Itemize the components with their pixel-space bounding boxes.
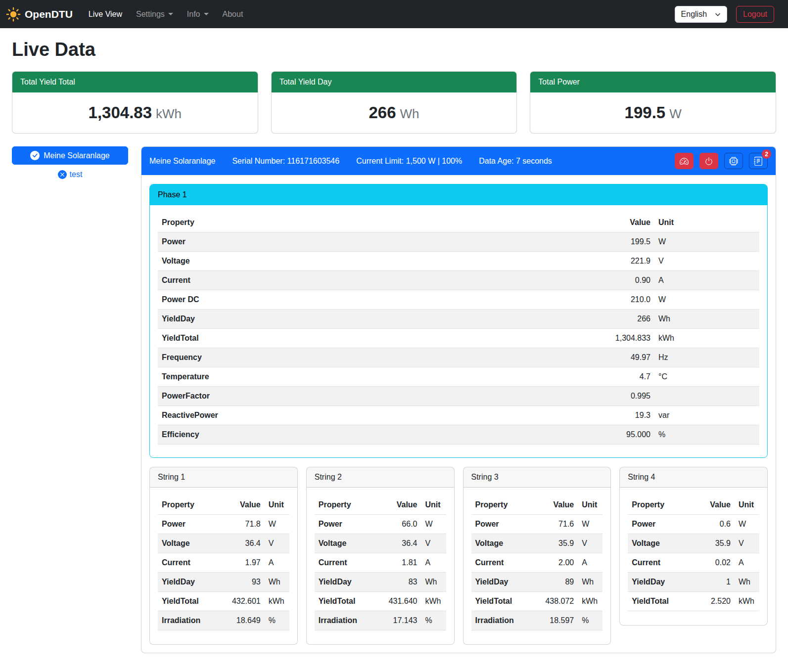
table-row: Power71.8W xyxy=(158,515,289,534)
page-container: Live Data Total Yield Total 1,304.83kWh … xyxy=(0,28,788,663)
inverter-serial: Serial Number: 116171603546 xyxy=(232,157,339,166)
row-value: 438.072 xyxy=(531,592,578,611)
row-unit: kWh xyxy=(654,329,759,348)
brand-label: OpenDTU xyxy=(25,8,73,20)
card-value: 199.5 xyxy=(625,103,666,122)
table-row: YieldDay1Wh xyxy=(628,573,759,592)
nav-item-label: About xyxy=(223,10,243,19)
strings-row: String 1 Property Value Unit xyxy=(149,467,768,645)
row-value: 0.995 xyxy=(455,387,654,406)
row-value: 36.4 xyxy=(218,534,265,553)
phase-card-header: Phase 1 xyxy=(150,184,767,205)
row-property: Voltage xyxy=(315,534,374,553)
row-value: 36.4 xyxy=(374,534,421,553)
table-row: YieldDay266Wh xyxy=(158,310,759,329)
row-property: YieldDay xyxy=(158,573,218,592)
power-button[interactable] xyxy=(699,153,718,169)
row-value: 71.6 xyxy=(531,515,578,534)
row-value: 17.143 xyxy=(374,611,421,630)
row-property: YieldTotal xyxy=(158,592,218,611)
string-1-table: Property Value Unit Power71.8WVoltage36.… xyxy=(158,495,289,630)
string-card-body: Property Value Unit Power66.0WVoltage36.… xyxy=(307,488,454,644)
nav-item-label: Settings xyxy=(136,10,165,19)
card-body: 1,304.83kWh xyxy=(12,92,258,133)
row-unit: W xyxy=(654,290,759,310)
table-row: Irradiation18.597% xyxy=(471,611,603,630)
card-header: Total Yield Day xyxy=(272,72,517,92)
column-header-value: Value xyxy=(374,495,421,515)
inverter-limit: Current Limit: 1,500 W | 100% xyxy=(356,157,462,166)
row-property: Voltage xyxy=(158,252,455,271)
table-header-row: Property Value Unit xyxy=(158,495,289,515)
table-row: YieldTotal431.640kWh xyxy=(315,592,446,611)
string-card-header: String 2 xyxy=(307,467,454,488)
row-property: Current xyxy=(158,271,455,290)
column-header-property: Property xyxy=(158,495,218,515)
row-unit: W xyxy=(421,515,446,534)
card-total-power: Total Power 199.5W xyxy=(530,71,776,134)
row-value: 35.9 xyxy=(693,534,735,553)
table-row: Voltage221.9V xyxy=(158,252,759,271)
row-property: YieldTotal xyxy=(158,329,455,348)
column-header-unit: Unit xyxy=(421,495,446,515)
row-property: Power xyxy=(315,515,374,534)
inverter-panel-header: Meine Solaranlage Serial Number: 1161716… xyxy=(141,147,776,175)
table-row: YieldTotal432.601kWh xyxy=(158,592,289,611)
card-body: 199.5W xyxy=(530,92,776,133)
row-property: Voltage xyxy=(628,534,693,553)
language-select[interactable]: English xyxy=(675,6,727,23)
row-property: Power xyxy=(158,232,455,252)
row-property: YieldTotal xyxy=(628,592,693,611)
nav-item-info[interactable]: Info xyxy=(180,6,216,23)
row-property: YieldDay xyxy=(628,573,693,592)
logout-button[interactable]: Logout xyxy=(736,6,774,23)
sidebar-item-test[interactable]: test xyxy=(55,170,86,179)
table-row: Power71.6W xyxy=(471,515,603,534)
row-property: Temperature xyxy=(158,367,455,387)
card-unit: W xyxy=(669,106,682,121)
nav-item-live-view[interactable]: Live View xyxy=(82,6,129,23)
phase-card: Phase 1 Property Value Unit Power199.5WV… xyxy=(149,184,768,458)
phase-table: Property Value Unit Power199.5WVoltage22… xyxy=(158,213,759,445)
row-value: 210.0 xyxy=(455,290,654,310)
event-log-button[interactable]: 2 xyxy=(749,153,768,169)
row-value: 1 xyxy=(693,573,735,592)
row-unit: W xyxy=(265,515,289,534)
brand[interactable]: OpenDTU xyxy=(6,7,73,22)
row-property: Irradiation xyxy=(471,611,531,630)
row-property: ReactivePower xyxy=(158,406,455,425)
column-header-unit: Unit xyxy=(578,495,603,515)
column-header-property: Property xyxy=(315,495,374,515)
limit-settings-button[interactable] xyxy=(675,153,694,169)
string-card-header: String 4 xyxy=(620,467,767,488)
table-row: Voltage35.9V xyxy=(471,534,603,553)
sidebar-item-meine-solaranlage[interactable]: Meine Solaranlage xyxy=(12,146,128,165)
row-property: Power xyxy=(628,515,693,534)
row-unit: V xyxy=(735,534,759,553)
row-unit: % xyxy=(654,425,759,445)
table-header-row: Property Value Unit xyxy=(315,495,446,515)
table-row: Frequency49.97Hz xyxy=(158,348,759,367)
row-unit: A xyxy=(654,271,759,290)
row-unit: Wh xyxy=(421,573,446,592)
row-property: Voltage xyxy=(471,534,531,553)
table-header-row: Property Value Unit xyxy=(628,495,759,515)
speedometer-icon xyxy=(680,157,689,166)
row-unit: A xyxy=(578,553,603,573)
device-info-button[interactable] xyxy=(724,153,743,169)
row-value: 431.640 xyxy=(374,592,421,611)
column-header-property: Property xyxy=(158,213,455,232)
row-property: Power xyxy=(471,515,531,534)
row-unit: % xyxy=(421,611,446,630)
card-unit: Wh xyxy=(400,106,419,121)
table-row: Power199.5W xyxy=(158,232,759,252)
nav-item-settings[interactable]: Settings xyxy=(129,6,180,23)
row-unit: V xyxy=(578,534,603,553)
chevron-down-icon xyxy=(715,11,721,17)
nav-item-about[interactable]: About xyxy=(216,6,250,23)
row-unit: A xyxy=(735,553,759,573)
table-row: YieldDay89Wh xyxy=(471,573,603,592)
inverter-sidebar: Meine Solaranlage test xyxy=(12,146,128,179)
row-unit: kWh xyxy=(578,592,603,611)
row-value: 2.00 xyxy=(531,553,578,573)
